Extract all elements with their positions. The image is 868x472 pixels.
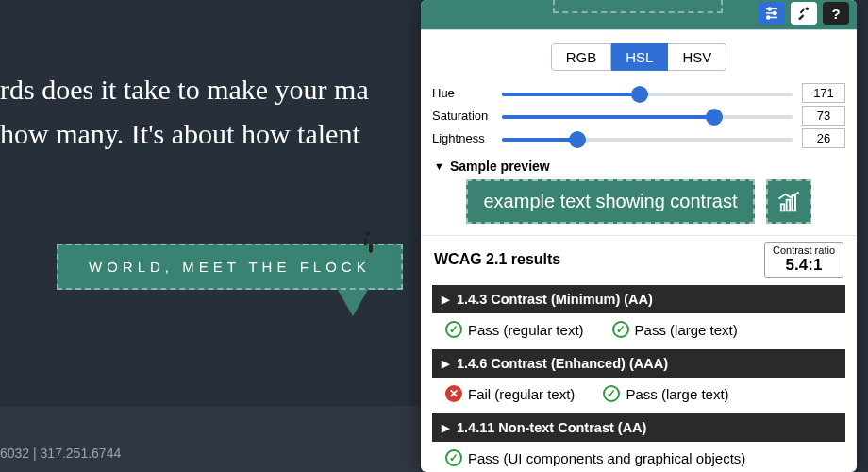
tab-hsl[interactable]: HSL bbox=[611, 43, 668, 71]
slider-saturation-value[interactable]: 73 bbox=[802, 106, 845, 126]
slider-hue: Hue 171 bbox=[432, 83, 845, 103]
chevron-right-icon: ▶ bbox=[442, 358, 449, 370]
slider-lightness-label: Lightness bbox=[432, 131, 502, 145]
slider-lightness: Lightness 26 bbox=[432, 128, 845, 148]
criterion-toggle[interactable]: ▶1.4.11 Non-text Contrast (AA) bbox=[432, 413, 845, 442]
result-label: Pass (UI components and graphical object… bbox=[468, 450, 745, 466]
tab-rgb[interactable]: RGB bbox=[551, 43, 612, 71]
result-label: Fail (regular text) bbox=[468, 386, 575, 402]
svg-rect-1 bbox=[364, 230, 370, 236]
contrast-ratio-caption: Contrast ratio bbox=[773, 244, 835, 256]
slider-hue-track[interactable] bbox=[502, 88, 793, 99]
criteria-list: ▶1.4.3 Contrast (Minimum) (AA)✓Pass (reg… bbox=[421, 285, 857, 472]
result-label: Pass (regular text) bbox=[468, 322, 584, 338]
cta-label: WORLD, MEET THE FLOCK bbox=[89, 259, 371, 275]
svg-point-7 bbox=[767, 16, 770, 19]
slider-saturation-track[interactable] bbox=[502, 110, 793, 122]
pass-icon: ✓ bbox=[603, 385, 620, 402]
panel-header-swatch bbox=[553, 0, 723, 13]
slider-hue-value[interactable]: 171 bbox=[802, 83, 845, 103]
criterion-toggle[interactable]: ▶1.4.6 Contrast (Enhanced) (AAA) bbox=[432, 349, 845, 378]
result-label: Pass (large text) bbox=[626, 386, 728, 402]
contrast-ratio-value: 5.4:1 bbox=[773, 256, 835, 275]
svg-rect-12 bbox=[792, 195, 795, 211]
result-label: Pass (large text) bbox=[635, 322, 738, 338]
contrast-ratio-box: Contrast ratio 5.4:1 bbox=[764, 242, 843, 278]
cta-button[interactable]: WORLD, MEET THE FLOCK bbox=[57, 244, 403, 290]
cta-wrap: WORLD, MEET THE FLOCK bbox=[57, 244, 403, 290]
results-heading: WCAG 2.1 results bbox=[434, 251, 560, 268]
slider-lightness-track[interactable] bbox=[502, 133, 793, 144]
chevron-right-icon: ▶ bbox=[442, 294, 449, 306]
criterion-results: ✓Pass (UI components and graphical objec… bbox=[421, 442, 857, 472]
sample-preview: example text showing contrast bbox=[421, 179, 857, 235]
svg-rect-10 bbox=[780, 204, 784, 211]
result-item: ✕Fail (regular text) bbox=[445, 385, 575, 402]
pass-icon: ✓ bbox=[445, 449, 462, 466]
sample-preview-heading: Sample preview bbox=[450, 159, 550, 174]
preview-icon-swatch bbox=[766, 179, 811, 224]
hero-text: rds does it take to make your ma how man… bbox=[0, 68, 434, 156]
hero-line-2: how many. It's about how talent bbox=[0, 112, 434, 157]
criterion-title: 1.4.6 Contrast (Enhanced) (AAA) bbox=[457, 356, 668, 371]
footer-band bbox=[0, 406, 420, 472]
svg-point-6 bbox=[774, 12, 776, 15]
footer-contact: 6032 | 317.251.6744 bbox=[0, 446, 121, 461]
colorspace-tabs: RGB HSL HSV bbox=[421, 43, 857, 71]
criterion-results: ✓Pass (regular text)✓Pass (large text) bbox=[421, 313, 857, 346]
slider-saturation: Saturation 73 bbox=[432, 106, 845, 126]
result-item: ✓Pass (regular text) bbox=[445, 321, 584, 338]
chevron-down-icon: ▼ bbox=[434, 160, 444, 172]
eyedropper-button[interactable] bbox=[791, 2, 817, 25]
sample-preview-toggle[interactable]: ▼ Sample preview bbox=[421, 153, 857, 179]
svg-point-5 bbox=[768, 8, 771, 10]
sliders: Hue 171 Saturation 73 Lightness 26 bbox=[421, 78, 857, 153]
slider-saturation-label: Saturation bbox=[432, 109, 502, 123]
sliders-icon[interactable] bbox=[759, 2, 785, 25]
preview-text-swatch: example text showing contrast bbox=[466, 179, 754, 224]
result-item: ✓Pass (UI components and graphical objec… bbox=[445, 449, 745, 466]
criterion-title: 1.4.3 Contrast (Minimum) (AA) bbox=[457, 292, 653, 307]
help-button[interactable]: ? bbox=[823, 2, 849, 25]
pass-icon: ✓ bbox=[445, 321, 462, 338]
tab-hsv[interactable]: HSV bbox=[668, 43, 726, 71]
panel-header: ? bbox=[421, 0, 857, 30]
results-header: WCAG 2.1 results Contrast ratio 5.4:1 bbox=[421, 235, 857, 281]
criterion-results: ✕Fail (regular text)✓Pass (large text) bbox=[421, 378, 857, 410]
cta-tail-icon bbox=[338, 290, 368, 316]
svg-point-9 bbox=[806, 8, 809, 10]
chart-icon bbox=[776, 189, 802, 215]
svg-rect-0 bbox=[364, 238, 367, 245]
criterion-title: 1.4.11 Non-text Contrast (AA) bbox=[457, 420, 646, 435]
svg-rect-8 bbox=[800, 8, 805, 13]
fail-icon: ✕ bbox=[445, 385, 462, 402]
pass-icon: ✓ bbox=[612, 321, 629, 338]
slider-hue-label: Hue bbox=[432, 86, 502, 100]
hero-line-1: rds does it take to make your ma bbox=[0, 68, 434, 112]
result-item: ✓Pass (large text) bbox=[603, 385, 728, 402]
criterion-toggle[interactable]: ▶1.4.3 Contrast (Minimum) (AA) bbox=[432, 285, 845, 313]
panel-tools: ? bbox=[759, 2, 849, 25]
chevron-right-icon: ▶ bbox=[442, 422, 449, 434]
result-item: ✓Pass (large text) bbox=[612, 321, 738, 338]
contrast-panel: ? RGB HSL HSV Hue 171 Saturation 73 Ligh… bbox=[421, 0, 857, 472]
slider-lightness-value[interactable]: 26 bbox=[802, 128, 845, 148]
svg-rect-11 bbox=[786, 199, 790, 211]
